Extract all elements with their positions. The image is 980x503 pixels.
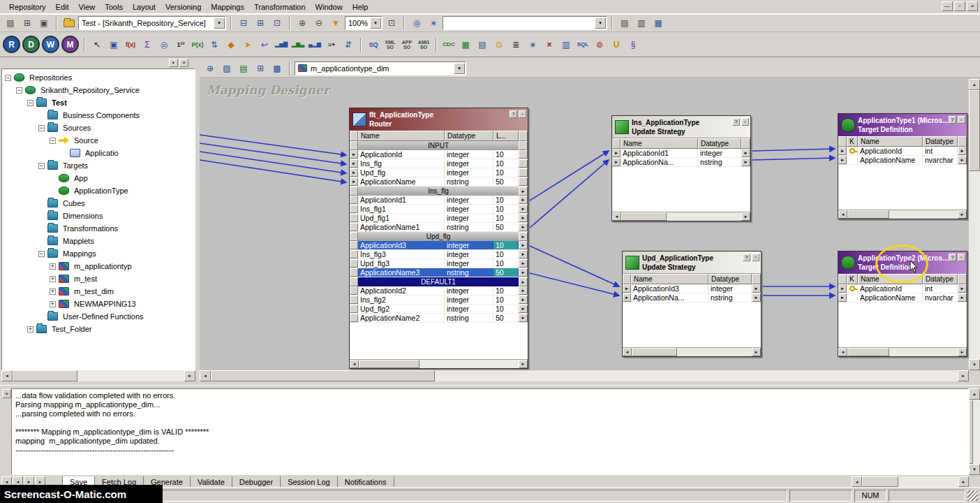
router-tool-icon[interactable]: ◆ [223, 37, 239, 52]
scroll-right-icon[interactable]: ► [958, 210, 967, 219]
expander-minus-icon[interactable]: − [27, 100, 34, 106]
open-folder-icon[interactable] [61, 15, 77, 31]
output-vertical-scrollbar[interactable]: ▲ ▼ [969, 388, 980, 475]
port-row[interactable]: ►ApplicationNamenvarchar► [838, 293, 967, 302]
chevron-down-icon[interactable]: ▼ [370, 17, 381, 29]
scrollbar-thumb[interactable] [621, 212, 667, 221]
mapping-canvas[interactable]: Mapping Designer flt_Appl [200, 79, 969, 370]
fit-page-icon[interactable]: ⊡ [384, 15, 399, 31]
grid-tool-icon[interactable]: ▦ [458, 37, 473, 52]
port-row[interactable]: ►ApplicationIdinteger10 [350, 150, 528, 159]
router-group-input[interactable]: INPUT [350, 141, 528, 150]
scrollbar-thumb[interactable] [13, 370, 77, 381]
tree-item-transformations[interactable]: Transformations [2, 222, 195, 235]
xml-source-icon[interactable]: XMLSO [383, 37, 398, 52]
expander-minus-icon[interactable]: − [5, 75, 11, 81]
menu-window[interactable]: Window [311, 1, 348, 13]
select-tool-icon[interactable]: ↖ [89, 37, 105, 52]
workflow-manager-icon[interactable]: W [42, 36, 59, 53]
canvas-vertical-scrollbar[interactable]: ▲ ▼ [969, 79, 980, 370]
scroll-left-icon[interactable]: ◄ [1, 370, 13, 381]
update-strategy-tool-icon[interactable]: ➤ [240, 37, 255, 52]
tree-item-m-applicationtype[interactable]: +m_applicationtyp [2, 260, 195, 272]
amg-source-icon[interactable]: AMGSO [416, 37, 431, 52]
port-row[interactable]: Upd_flg2integer10► [350, 305, 528, 314]
pin-panel-button[interactable]: ▪ [169, 59, 178, 67]
router-group-upd-flg[interactable]: Upd_flg► [350, 232, 528, 241]
menu-repository[interactable]: Repository [4, 1, 51, 13]
workspace-window-icon-2[interactable]: ⊞ [253, 15, 268, 31]
scroll-right-icon[interactable]: ► [752, 348, 761, 356]
help-button[interactable]: ? [732, 118, 740, 126]
add-port-icon[interactable]: ≡+ [324, 37, 339, 52]
collapse-button[interactable]: ▫ [958, 254, 965, 261]
router-title-bar[interactable]: flt_ApplicationType Router ?▫ [350, 108, 528, 131]
mapping-combobox[interactable]: m_applicationtype_dim ▼ [295, 61, 466, 75]
tree-item-targets[interactable]: −Targets [2, 159, 195, 172]
print-icon[interactable]: ▤ [3, 15, 18, 31]
workflow-monitor-icon[interactable]: M [61, 36, 79, 53]
copy-icon[interactable]: ⊞ [20, 15, 35, 31]
expander-plus-icon[interactable]: + [27, 326, 34, 333]
app-source-icon[interactable]: APPSO [399, 37, 415, 52]
tree-item-applicationtype[interactable]: ApplicationType [2, 184, 195, 197]
scroll-up-icon[interactable]: ▲ [969, 388, 980, 400]
target1-definition[interactable]: ApplicationType1 (Micros... Target Defin… [838, 113, 967, 219]
workspace-window-icon-1[interactable]: ⊟ [236, 15, 251, 31]
close-output-icon[interactable]: × [2, 389, 11, 398]
box-horizontal-scrollbar[interactable]: ◄► [350, 359, 528, 368]
tree-item-user-defined-functions[interactable]: User-Defined Functions [2, 310, 195, 323]
scrollbar-thumb[interactable] [969, 90, 980, 171]
menu-edit[interactable]: Edit [51, 1, 74, 13]
expander-plus-icon[interactable]: + [50, 289, 56, 295]
source-qualifier-badge-icon[interactable]: SQ [366, 37, 381, 52]
port-row[interactable]: ►ApplicationIdint► [838, 284, 967, 293]
collapse-button[interactable]: ▫ [519, 110, 526, 118]
iconize-icon[interactable]: ▤ [236, 61, 251, 76]
port-row[interactable]: ►Ins_flginteger10 [350, 159, 528, 168]
tab-session-log[interactable]: Session Log [280, 476, 338, 488]
sequence-generator-icon[interactable]: 1²³ [173, 37, 188, 52]
port-row[interactable]: Ins_flg1integer10► [350, 205, 528, 214]
box-horizontal-scrollbar[interactable]: ◄► [838, 347, 967, 356]
chart-icon-2[interactable]: ▂▆▃ [290, 37, 306, 52]
port-row[interactable]: ►ApplicationNa...nstring► [623, 293, 761, 302]
help-button[interactable]: ? [949, 254, 956, 261]
chart-icon-3[interactable]: ▄▂▆ [307, 37, 322, 52]
source-qualifier-icon[interactable]: ▣ [106, 37, 121, 52]
misc-tool-icon[interactable]: § [625, 37, 641, 52]
chevron-down-icon[interactable]: ▼ [454, 63, 465, 74]
menu-view[interactable]: View [74, 1, 101, 13]
delete-icon[interactable]: × [542, 37, 557, 52]
expander-minus-icon[interactable]: − [16, 87, 22, 94]
find-icon[interactable]: ◎ [409, 15, 424, 31]
paste-icon[interactable]: ▣ [36, 15, 52, 31]
tree-item-m-test[interactable]: +m_test [2, 272, 195, 285]
tree-item-newmapping13[interactable]: +NEWMAPPING13 [2, 298, 195, 310]
zoom-grid-icon[interactable]: ▩ [269, 61, 285, 76]
normalizer-icon[interactable]: ↩ [257, 37, 272, 52]
expander-minus-icon[interactable]: − [38, 163, 45, 169]
scrollbar-thumb[interactable] [847, 210, 889, 219]
tree-horizontal-scrollbar[interactable]: ◄ ► [1, 370, 195, 381]
port-row[interactable]: Ins_flg3integer10► [350, 250, 528, 259]
debugger-icon[interactable]: ⊚ [592, 37, 607, 52]
scroll-right-icon[interactable]: ► [958, 348, 967, 356]
scrollbar-thumb[interactable] [969, 400, 973, 464]
router-group-ins-flg[interactable]: Ins_flg► [350, 187, 528, 196]
expander-minus-icon[interactable]: − [38, 125, 45, 131]
canvas-horizontal-scrollbar[interactable]: ◄ ► [200, 370, 969, 381]
options-icon[interactable]: ∗ [426, 15, 441, 31]
tab-notifications[interactable]: Notifications [337, 476, 394, 488]
workspace-window-icon-3[interactable]: ⊡ [269, 15, 285, 31]
menu-help[interactable]: Help [348, 1, 373, 13]
tree-item-sources[interactable]: −Sources [2, 122, 195, 134]
menu-versioning[interactable]: Versioning [161, 1, 206, 13]
chevron-down-icon[interactable]: ▼ [595, 17, 606, 29]
scroll-up-icon[interactable]: ▲ [969, 79, 980, 90]
cascade-windows-icon[interactable]: ▤ [617, 15, 632, 31]
help-button[interactable]: ? [510, 110, 517, 118]
filter-icon[interactable]: ▼ [328, 15, 343, 31]
scrollbar-thumb[interactable] [211, 370, 435, 381]
arrange-workspace-icon[interactable]: ▦ [651, 15, 666, 31]
